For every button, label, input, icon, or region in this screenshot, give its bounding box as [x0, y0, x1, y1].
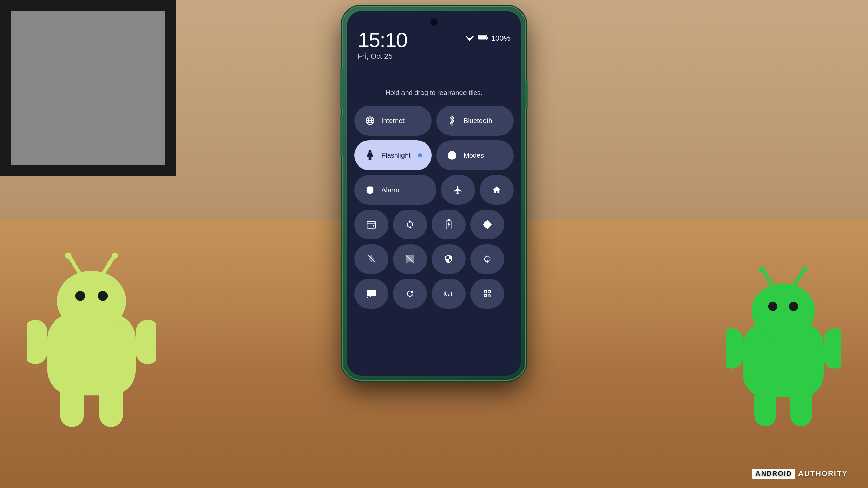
- tile-alarm[interactable]: Alarm: [354, 175, 436, 205]
- tile-modes[interactable]: Modes: [436, 140, 514, 170]
- tile-cast-off[interactable]: [393, 244, 427, 274]
- svg-point-56: [367, 297, 368, 298]
- internet-label: Internet: [381, 117, 405, 125]
- svg-point-15: [789, 302, 798, 311]
- tile-flashlight[interactable]: Flashlight: [354, 140, 432, 170]
- tile-row-6: [354, 279, 514, 309]
- svg-point-7: [112, 253, 118, 259]
- tile-bluetooth[interactable]: Bluetooth: [436, 106, 514, 136]
- globe-icon: [364, 115, 376, 127]
- svg-rect-28: [478, 36, 486, 39]
- tile-mic-off[interactable]: [354, 244, 388, 274]
- svg-rect-44: [448, 219, 450, 221]
- picture-frame: [0, 0, 176, 176]
- clock-time: 15:10: [358, 30, 407, 51]
- drag-dot: [418, 153, 422, 157]
- modes-label: Modes: [463, 152, 484, 159]
- camera-hole: [430, 18, 438, 26]
- svg-rect-55: [367, 290, 375, 296]
- svg-rect-36: [369, 157, 371, 160]
- vpn-icon: [442, 253, 455, 265]
- tile-row-5: [354, 244, 514, 274]
- svg-point-13: [752, 283, 815, 338]
- svg-rect-8: [27, 320, 47, 364]
- mic-off-icon: [365, 253, 377, 265]
- tile-refresh[interactable]: [393, 279, 427, 309]
- android-mascot-left: [27, 251, 156, 427]
- tile-qr[interactable]: [470, 279, 504, 309]
- hotspot-icon: [442, 288, 455, 300]
- tile-sync[interactable]: [470, 244, 504, 274]
- svg-marker-26: [467, 38, 472, 41]
- svg-point-2: [75, 291, 85, 301]
- svg-rect-21: [824, 328, 841, 369]
- tile-cast[interactable]: [354, 279, 388, 309]
- svg-line-18: [795, 271, 804, 285]
- brand-box: ANDROID: [752, 469, 795, 479]
- battery-saver-icon: [442, 218, 455, 231]
- clock-date: Fri, Oct 25: [358, 52, 407, 61]
- alarm-label: Alarm: [381, 186, 399, 194]
- svg-point-46: [486, 223, 489, 226]
- tile-scan[interactable]: [470, 210, 504, 239]
- svg-rect-22: [754, 386, 776, 426]
- svg-point-3: [98, 291, 108, 301]
- android-mascot-right: [726, 264, 841, 427]
- refresh-icon: [404, 288, 416, 300]
- svg-point-19: [802, 267, 807, 272]
- tile-hotspot[interactable]: [432, 279, 466, 309]
- brand-watermark: ANDROID AUTHORITY: [752, 469, 848, 479]
- phone: 15:10 Fri, Oct 25: [342, 0, 526, 488]
- qr-icon: [481, 288, 493, 300]
- svg-point-17: [759, 267, 765, 272]
- tile-home[interactable]: [480, 175, 514, 205]
- tile-airplane[interactable]: [441, 175, 475, 205]
- svg-rect-10: [60, 383, 84, 427]
- tile-battery-saver[interactable]: [432, 210, 466, 239]
- brand-suffix: AUTHORITY: [798, 469, 848, 478]
- svg-rect-9: [136, 320, 156, 364]
- tile-wallet[interactable]: [354, 210, 388, 239]
- status-bar: 15:10 Fri, Oct 25: [347, 30, 521, 61]
- svg-line-16: [763, 271, 772, 285]
- battery-icon: [478, 34, 488, 43]
- svg-rect-11: [99, 383, 123, 427]
- svg-point-14: [768, 302, 777, 311]
- tile-row-2: Flashlight Modes: [354, 140, 514, 170]
- svg-point-42: [373, 225, 375, 227]
- airplane-icon: [452, 184, 464, 196]
- tile-internet[interactable]: Internet: [354, 106, 432, 136]
- phone-body: 15:10 Fri, Oct 25: [343, 7, 525, 380]
- wallet-icon: [365, 218, 377, 231]
- scan-icon: [481, 218, 493, 231]
- cast-off-icon: [404, 253, 416, 265]
- phone-screen: 15:10 Fri, Oct 25: [347, 11, 521, 376]
- svg-rect-20: [726, 328, 743, 369]
- flashlight-icon: [364, 149, 376, 161]
- tile-row-1: Internet Bluetooth: [354, 106, 514, 136]
- cast-icon: [365, 288, 377, 300]
- tile-row-4: [354, 210, 514, 239]
- sync-icon: [481, 253, 493, 265]
- tile-rotate[interactable]: [393, 210, 427, 239]
- flashlight-label: Flashlight: [381, 152, 411, 159]
- svg-line-6: [104, 257, 114, 272]
- bluetooth-icon: [446, 115, 458, 127]
- modes-icon: [446, 149, 458, 161]
- svg-rect-35: [369, 150, 372, 152]
- wifi-icon: [465, 34, 474, 43]
- tile-vpn[interactable]: [432, 244, 466, 274]
- home-icon: [491, 184, 503, 196]
- time-block: 15:10 Fri, Oct 25: [358, 30, 407, 61]
- hint-text: Hold and drag to rearrange tiles.: [347, 89, 521, 97]
- battery-percent: 100%: [491, 34, 510, 43]
- tiles-container: Internet Bluetooth: [354, 106, 514, 313]
- svg-rect-23: [790, 386, 812, 426]
- bluetooth-label: Bluetooth: [463, 117, 492, 125]
- status-icons: 100%: [465, 34, 510, 43]
- svg-point-5: [65, 253, 72, 259]
- alarm-icon: [364, 184, 376, 196]
- tile-row-3: Alarm: [354, 175, 514, 205]
- svg-point-1: [57, 271, 126, 331]
- svg-rect-29: [487, 37, 488, 39]
